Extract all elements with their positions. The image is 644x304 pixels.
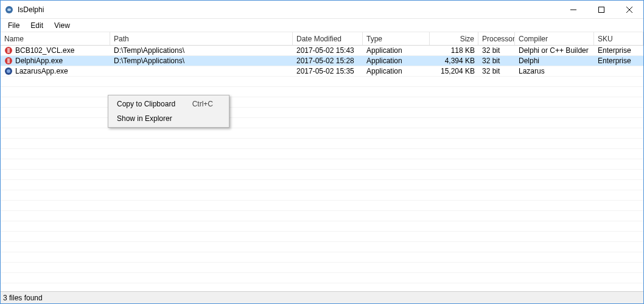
maximize-button[interactable]: [587, 1, 615, 18]
app-icon: [4, 5, 14, 15]
table-row[interactable]: DelphiApp.exeD:\Temp\Applications\2017-0…: [1, 56, 643, 66]
empty-row: [1, 201, 643, 211]
empty-row: [1, 149, 643, 159]
ctx-show-explorer[interactable]: Show in Explorer: [110, 111, 228, 126]
context-menu: Copy to Clipboard Ctrl+C Show in Explore…: [108, 95, 229, 128]
empty-row: [1, 252, 643, 263]
empty-row: [1, 190, 643, 201]
cell-processor: 32 bit: [478, 56, 515, 66]
cell-size: 15,204 KB: [430, 66, 478, 76]
empty-row: [1, 128, 643, 139]
col-header-type[interactable]: Type: [363, 32, 430, 45]
minimize-button[interactable]: [559, 1, 587, 18]
cell-date: 2017-05-02 15:28: [293, 56, 363, 66]
cell-type: Application: [363, 46, 430, 55]
menu-edit[interactable]: Edit: [26, 20, 48, 31]
file-icon: [4, 67, 13, 75]
empty-row: [1, 180, 643, 190]
empty-row: [1, 221, 643, 232]
col-header-sku[interactable]: SKU: [594, 32, 643, 45]
ctx-item-label: Show in Explorer: [117, 114, 172, 123]
empty-row: [1, 108, 643, 118]
table-row[interactable]: LazarusApp.exe2017-05-02 15:35Applicatio…: [1, 66, 643, 77]
col-header-name[interactable]: Name: [1, 32, 110, 45]
app-window: IsDelphi File Edit View Name Path Date M…: [0, 0, 644, 304]
status-text: 3 files found: [3, 294, 43, 302]
menu-file[interactable]: File: [3, 20, 24, 31]
ctx-item-label: Copy to Clipboard: [117, 100, 175, 108]
empty-row: [1, 139, 643, 149]
cell-sku: [594, 66, 643, 76]
svg-rect-8: [7, 58, 10, 63]
cell-name-text: DelphiApp.exe: [15, 57, 63, 65]
menu-view[interactable]: View: [49, 20, 75, 31]
empty-row: [1, 118, 643, 128]
close-button[interactable]: [615, 1, 643, 18]
col-header-path[interactable]: Path: [110, 32, 293, 45]
cell-size: 118 KB: [430, 46, 478, 55]
cell-compiler: Delphi: [515, 56, 594, 66]
empty-row: [1, 159, 643, 170]
svg-rect-6: [7, 48, 10, 53]
file-icon: [4, 57, 13, 65]
cell-processor: 32 bit: [478, 66, 515, 76]
cell-path: [110, 66, 293, 76]
cell-processor: 32 bit: [478, 46, 515, 55]
table-row[interactable]: BCB102_VCL.exeD:\Temp\Applications\2017-…: [1, 46, 643, 56]
cell-path: D:\Temp\Applications\: [110, 56, 293, 66]
column-headers: Name Path Date Modified Type Size Proces…: [1, 32, 643, 46]
col-header-compiler[interactable]: Compiler: [515, 32, 594, 45]
svg-rect-2: [599, 7, 604, 12]
file-list: Name Path Date Modified Type Size Proces…: [1, 32, 643, 291]
empty-row: [1, 242, 643, 252]
cell-name-text: LazarusApp.exe: [15, 67, 68, 75]
menubar: File Edit View: [1, 19, 643, 32]
cell-type: Application: [363, 66, 430, 76]
cell-path: D:\Temp\Applications\: [110, 46, 293, 55]
ctx-copy-clipboard[interactable]: Copy to Clipboard Ctrl+C: [110, 97, 228, 111]
empty-row: [1, 273, 643, 283]
empty-row: [1, 87, 643, 97]
empty-row: [1, 283, 643, 291]
rows-container[interactable]: BCB102_VCL.exeD:\Temp\Applications\2017-…: [1, 46, 643, 291]
empty-row: [1, 211, 643, 221]
ctx-item-shortcut: Ctrl+C: [192, 100, 213, 108]
empty-row: [1, 170, 643, 180]
col-header-processor[interactable]: Processor: [478, 32, 515, 45]
cell-sku: Enterprise: [594, 46, 643, 55]
empty-row: [1, 232, 643, 242]
cell-date: 2017-05-02 15:43: [293, 46, 363, 55]
file-icon: [4, 46, 13, 55]
cell-date: 2017-05-02 15:35: [293, 66, 363, 76]
cell-name: DelphiApp.exe: [1, 56, 110, 66]
cell-name: BCB102_VCL.exe: [1, 46, 110, 55]
window-title: IsDelphi: [18, 5, 559, 14]
statusbar: 3 files found: [1, 291, 643, 303]
cell-compiler: Lazarus: [515, 66, 594, 76]
empty-row: [1, 77, 643, 87]
titlebar: IsDelphi: [1, 1, 643, 19]
empty-row: [1, 263, 643, 273]
cell-size: 4,394 KB: [430, 56, 478, 66]
cell-type: Application: [363, 56, 430, 66]
cell-name: LazarusApp.exe: [1, 66, 110, 76]
cell-name-text: BCB102_VCL.exe: [15, 46, 74, 55]
cell-compiler: Delphi or C++ Builder: [515, 46, 594, 55]
window-controls: [559, 1, 643, 18]
empty-row: [1, 97, 643, 108]
cell-sku: Enterprise: [594, 56, 643, 66]
col-header-size[interactable]: Size: [430, 32, 478, 45]
col-header-date[interactable]: Date Modified: [293, 32, 363, 45]
